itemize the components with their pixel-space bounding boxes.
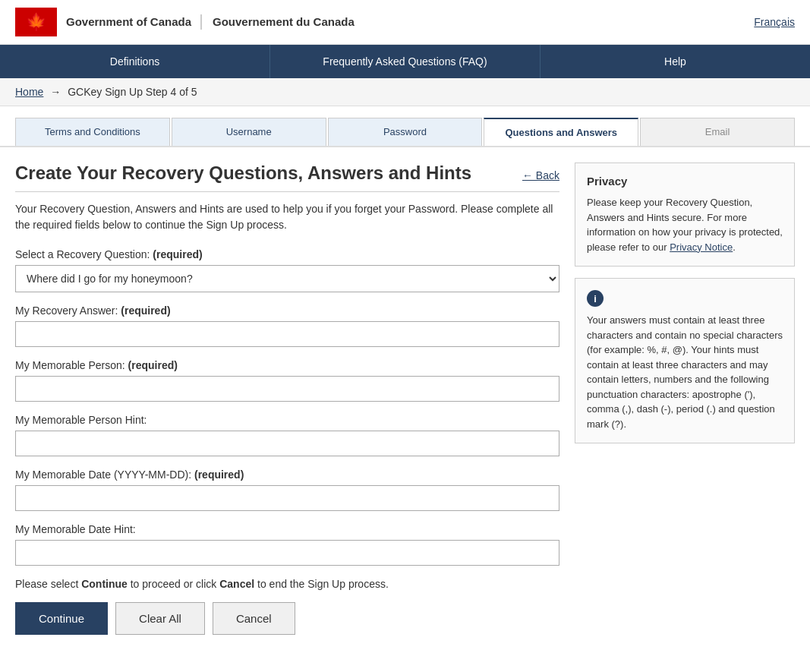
- breadcrumb: Home → GCKey Sign Up Step 4 of 5: [0, 78, 810, 106]
- main-nav: Definitions Frequently Asked Questions (…: [0, 45, 810, 78]
- person-hint-input[interactable]: [15, 431, 559, 456]
- sidebar: Privacy Please keep your Recovery Questi…: [575, 162, 795, 443]
- person-label: My Memorable Person: (required): [15, 359, 559, 371]
- gov-name-en: Government of Canada: [66, 14, 191, 30]
- form-section: Create Your Recovery Questions, Answers …: [15, 162, 559, 635]
- tab-password[interactable]: Password: [328, 118, 483, 146]
- person-hint-label: My Memorable Person Hint:: [15, 414, 559, 426]
- site-header: 🍁 Government of Canada Gouvernement du C…: [0, 0, 810, 45]
- breadcrumb-home[interactable]: Home: [15, 86, 43, 98]
- cancel-button[interactable]: Cancel: [213, 602, 295, 635]
- nav-item-faq[interactable]: Frequently Asked Questions (FAQ): [270, 45, 541, 78]
- tab-questions[interactable]: Questions and Answers: [484, 118, 638, 146]
- answer-input[interactable]: [15, 321, 559, 347]
- form-group-date: My Memorable Date (YYYY-MM-DD): (require…: [15, 469, 559, 511]
- date-hint-label: My Memorable Date Hint:: [15, 523, 559, 535]
- answer-label: My Recovery Answer: (required): [15, 304, 559, 317]
- question-required: (required): [153, 248, 202, 260]
- nav-item-definitions[interactable]: Definitions: [0, 45, 270, 78]
- main-content: Create Your Recovery Questions, Answers …: [0, 147, 810, 650]
- header-left: 🍁 Government of Canada Gouvernement du C…: [15, 8, 355, 36]
- breadcrumb-current: GCKey Sign Up Step 4 of 5: [68, 86, 197, 98]
- form-group-date-hint: My Memorable Date Hint:: [15, 523, 559, 566]
- privacy-title: Privacy: [587, 175, 783, 188]
- question-select[interactable]: Where did I go for my honeymoon? What is…: [15, 265, 559, 292]
- form-group-person: My Memorable Person: (required): [15, 359, 559, 402]
- continue-button[interactable]: Continue: [15, 602, 108, 635]
- footer-note: Please select Continue to proceed or cli…: [15, 578, 559, 590]
- date-input[interactable]: [15, 485, 559, 511]
- button-row: Continue Clear All Cancel: [15, 602, 559, 635]
- tab-username[interactable]: Username: [172, 118, 326, 146]
- date-label: My Memorable Date (YYYY-MM-DD): (require…: [15, 469, 559, 481]
- info-box: i Your answers must contain at least thr…: [575, 278, 795, 443]
- language-link[interactable]: Français: [754, 16, 795, 28]
- canada-flag: 🍁: [15, 8, 57, 36]
- tab-terms[interactable]: Terms and Conditions: [15, 118, 170, 146]
- tab-email[interactable]: Email: [640, 118, 795, 146]
- privacy-box: Privacy Please keep your Recovery Questi…: [575, 162, 795, 267]
- clear-all-button[interactable]: Clear All: [115, 602, 205, 635]
- page-title: Create Your Recovery Questions, Answers …: [15, 162, 471, 184]
- form-group-answer: My Recovery Answer: (required): [15, 304, 559, 347]
- progress-tabs: Terms and Conditions Username Password Q…: [0, 106, 810, 147]
- page-description: Your Recovery Question, Answers and Hint…: [15, 201, 559, 233]
- privacy-text: Please keep your Recovery Question, Answ…: [587, 195, 783, 254]
- info-text: Your answers must contain at least three…: [587, 313, 783, 431]
- info-icon: i: [587, 290, 604, 307]
- person-input[interactable]: [15, 376, 559, 402]
- date-hint-input[interactable]: [15, 540, 559, 566]
- date-required: (required): [194, 469, 244, 481]
- privacy-notice-link[interactable]: Privacy Notice: [670, 241, 733, 253]
- question-label: Select a Recovery Question: (required): [15, 248, 559, 260]
- form-group-question: Select a Recovery Question: (required) W…: [15, 248, 559, 292]
- nav-item-help[interactable]: Help: [541, 45, 810, 78]
- gov-name-fr: Gouvernement du Canada: [200, 14, 355, 30]
- answer-required: (required): [121, 304, 170, 317]
- form-group-person-hint: My Memorable Person Hint:: [15, 414, 559, 456]
- back-link[interactable]: ← Back: [522, 169, 559, 181]
- title-row: Create Your Recovery Questions, Answers …: [15, 162, 559, 192]
- breadcrumb-sep: →: [50, 86, 61, 98]
- person-required: (required): [128, 359, 178, 371]
